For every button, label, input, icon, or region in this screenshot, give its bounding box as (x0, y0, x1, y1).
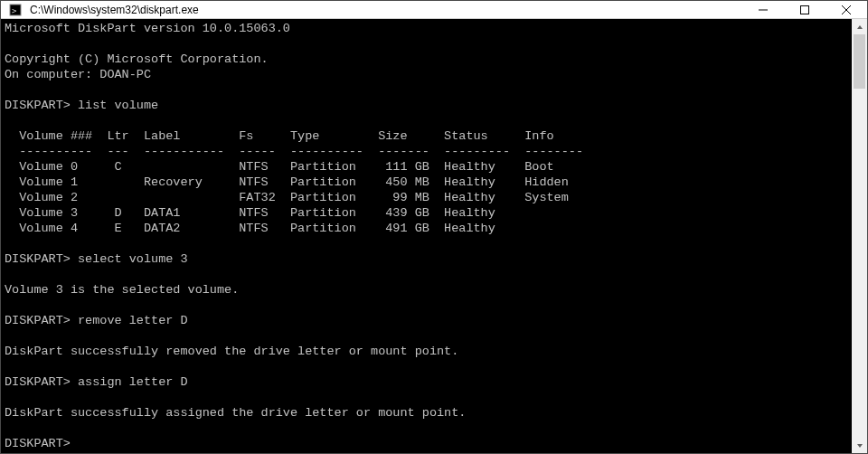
response-line: Volume 3 is the selected volume. (5, 282, 848, 298)
maximize-button[interactable] (784, 1, 826, 18)
scrollbar-track[interactable] (852, 34, 867, 438)
prompt-line: DISKPART> (5, 436, 848, 451)
app-icon: > (8, 3, 23, 17)
table-header: Volume ### Ltr Label Fs Type Size Status… (5, 128, 848, 144)
svg-marker-6 (857, 25, 863, 29)
window-controls (742, 1, 867, 18)
window-title: C:\Windows\system32\diskpart.exe (28, 4, 742, 16)
table-row: Volume 3 D DATA1 NTFS Partition 439 GB H… (5, 205, 848, 221)
table-row: Volume 0 C NTFS Partition 111 GB Healthy… (5, 159, 848, 175)
prompt-line: DISKPART> remove letter D (5, 313, 848, 328)
scroll-up-button[interactable] (852, 19, 867, 34)
svg-marker-7 (857, 444, 863, 448)
banner-line: Copyright (C) Microsoft Corporation. (5, 52, 848, 67)
client-area: Microsoft DiskPart version 10.0.15063.0 … (1, 19, 867, 453)
table-row: Volume 2 FAT32 Partition 99 MB Healthy S… (5, 190, 848, 205)
prompt-line: DISKPART> assign letter D (5, 374, 848, 390)
vertical-scrollbar[interactable] (852, 19, 867, 453)
svg-text:>: > (12, 6, 17, 15)
scroll-down-button[interactable] (852, 438, 867, 453)
scrollbar-thumb[interactable] (854, 34, 865, 89)
prompt-line: DISKPART> select volume 3 (5, 251, 848, 267)
console-window: > C:\Windows\system32\diskpart.exe Micro… (0, 0, 868, 454)
table-divider: ---------- --- ----------- ----- -------… (5, 144, 848, 159)
titlebar[interactable]: > C:\Windows\system32\diskpart.exe (1, 1, 867, 19)
response-line: DiskPart successfully assigned the drive… (5, 405, 848, 421)
table-row: Volume 4 E DATA2 NTFS Partition 491 GB H… (5, 221, 848, 236)
table-row: Volume 1 Recovery NTFS Partition 450 MB … (5, 175, 848, 190)
prompt-line: DISKPART> list volume (5, 98, 848, 113)
minimize-button[interactable] (742, 1, 784, 18)
terminal-output[interactable]: Microsoft DiskPart version 10.0.15063.0 … (1, 19, 852, 453)
svg-rect-3 (801, 5, 809, 14)
banner-line: On computer: DOAN-PC (5, 67, 848, 82)
response-line: DiskPart successfully removed the drive … (5, 344, 848, 359)
banner-line: Microsoft DiskPart version 10.0.15063.0 (5, 21, 848, 36)
close-button[interactable] (826, 1, 867, 18)
